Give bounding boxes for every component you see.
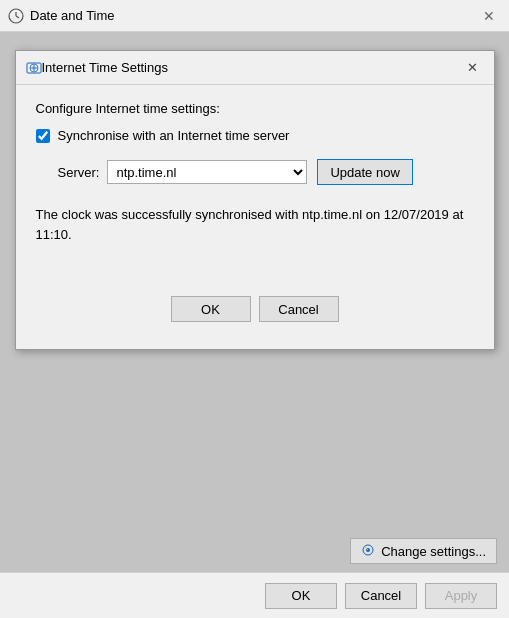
clock-icon bbox=[8, 8, 24, 24]
dialog-body: Configure Internet time settings: Synchr… bbox=[16, 85, 494, 284]
sync-checkbox-row: Synchronise with an Internet time server bbox=[36, 128, 474, 143]
sync-checkbox[interactable] bbox=[36, 129, 50, 143]
internet-time-dialog: Internet Time Settings ✕ Configure Inter… bbox=[15, 50, 495, 350]
dialog-title: Internet Time Settings bbox=[42, 60, 462, 75]
dialog-subtitle: Configure Internet time settings: bbox=[36, 101, 474, 116]
server-dropdown[interactable]: ntp.time.nl time.windows.com time.nist.g… bbox=[107, 160, 307, 184]
outer-apply-button[interactable]: Apply bbox=[425, 583, 497, 609]
change-settings-icon bbox=[361, 543, 375, 560]
dialog-ok-button[interactable]: OK bbox=[171, 296, 251, 322]
modal-overlay: Internet Time Settings ✕ Configure Inter… bbox=[0, 32, 509, 572]
change-settings-label: Change settings... bbox=[381, 544, 486, 559]
outer-titlebar: Date and Time ✕ bbox=[0, 0, 509, 32]
update-now-button[interactable]: Update now bbox=[317, 159, 412, 185]
outer-buttons-bar: OK Cancel Apply bbox=[0, 572, 509, 618]
status-message: The clock was successfully synchronised … bbox=[36, 201, 474, 248]
server-label: Server: bbox=[58, 165, 100, 180]
internet-time-icon bbox=[26, 60, 42, 76]
dialog-titlebar: Internet Time Settings ✕ bbox=[16, 51, 494, 85]
outer-ok-button[interactable]: OK bbox=[265, 583, 337, 609]
server-row: Server: ntp.time.nl time.windows.com tim… bbox=[58, 159, 474, 185]
dialog-close-button[interactable]: ✕ bbox=[462, 57, 484, 79]
dialog-footer: OK Cancel bbox=[16, 284, 494, 338]
outer-close-button[interactable]: ✕ bbox=[477, 4, 501, 28]
dialog-cancel-button[interactable]: Cancel bbox=[259, 296, 339, 322]
outer-cancel-button[interactable]: Cancel bbox=[345, 583, 417, 609]
svg-line-2 bbox=[16, 16, 19, 18]
bottom-area: Change settings... bbox=[338, 530, 509, 572]
sync-checkbox-label: Synchronise with an Internet time server bbox=[58, 128, 290, 143]
outer-title: Date and Time bbox=[30, 8, 477, 23]
change-settings-button[interactable]: Change settings... bbox=[350, 538, 497, 564]
main-content: Internet Time Settings ✕ Configure Inter… bbox=[0, 32, 509, 572]
